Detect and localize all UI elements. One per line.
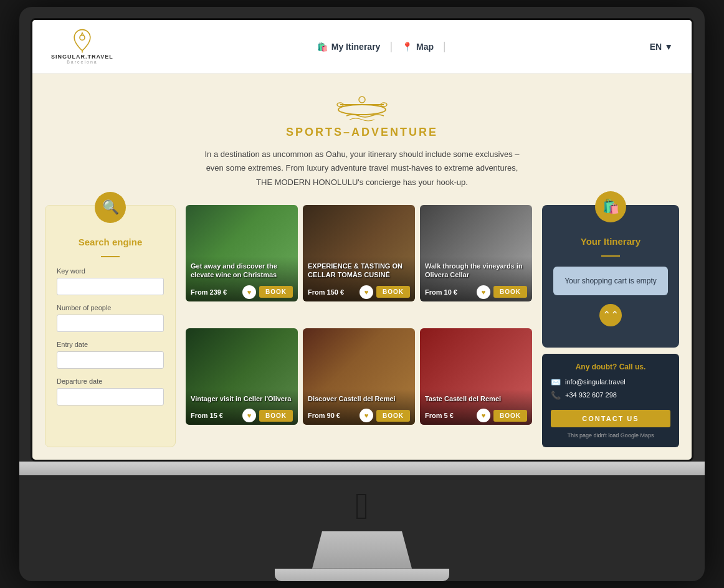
- activity-card-3: Walk through the vineyards in Olivera Ce…: [420, 205, 532, 301]
- cart-empty-text: Your shopping cart is empty: [564, 277, 657, 285]
- monitor-stand-base: [275, 569, 449, 581]
- shopping-bag-icon: 🛍️: [603, 199, 619, 215]
- itinerary-nav-item[interactable]: 🛍️ My Itinerary: [317, 42, 381, 52]
- svg-point-0: [80, 36, 85, 40]
- nav-divider-2: |: [443, 40, 446, 53]
- map-label: Map: [416, 42, 434, 52]
- card-1-footer: From 239 € ♥ BOOK: [191, 283, 293, 301]
- card-2-book-button[interactable]: BOOK: [376, 286, 410, 298]
- card-3-footer: From 10 € ♥ BOOK: [425, 283, 527, 301]
- card-3-overlay: Walk through the vineyards in Olivera Ce…: [420, 257, 532, 301]
- card-5-footer: From 90 € ♥ BOOK: [308, 406, 410, 425]
- hero-section: SPORTS–ADVENTURE In a destination as unc…: [32, 74, 692, 204]
- main-nav: 🛍️ My Itinerary | 📍 Map |: [317, 40, 446, 53]
- card-3-actions: ♥ BOOK: [477, 285, 527, 299]
- cart-icon: 🛍️: [317, 42, 328, 52]
- card-6-footer: From 5 € ♥ BOOK: [425, 406, 527, 425]
- scroll-up-button[interactable]: ⌃⌃: [599, 304, 622, 326]
- card-4-title: Vintager visit in Celler l'Olivera: [191, 394, 293, 403]
- keyword-input[interactable]: [57, 278, 164, 295]
- apple-logo: : [31, 475, 693, 531]
- card-3-title: Walk through the vineyards in Olivera Ce…: [425, 262, 527, 280]
- logo-icon: [70, 29, 95, 54]
- itinerary-box: 🛍️ Your Itinerary Your shopping cart is …: [542, 205, 679, 348]
- card-6-overlay: Taste Castell del Remei From 5 € ♥ BOOK: [420, 389, 532, 425]
- magnifier-icon: 🔍: [102, 199, 119, 216]
- logo-text: SINGULAR.TRAVEL: [51, 54, 113, 60]
- monitor-stand: [312, 531, 412, 569]
- card-6-title: Taste Castell del Remei: [425, 394, 527, 403]
- itinerary-panel: 🛍️ Your Itinerary Your shopping cart is …: [542, 205, 679, 447]
- card-2-title: EXPERIENCE & TASTING ON CELLAR TOMÀS CUS…: [308, 262, 410, 280]
- card-4-wishlist-button[interactable]: ♥: [242, 409, 256, 422]
- nav-divider-1: |: [389, 40, 393, 53]
- departure-date-field: Departure date: [57, 377, 164, 405]
- phone-icon: 📞: [551, 391, 561, 400]
- card-4-overlay: Vintager visit in Celler l'Olivera From …: [186, 389, 298, 425]
- people-input[interactable]: [57, 315, 164, 332]
- card-2-wishlist-button[interactable]: ♥: [360, 285, 373, 299]
- search-icon-circle: 🔍: [95, 192, 126, 223]
- email-icon: ✉️: [551, 377, 561, 387]
- card-2-price: From 150 €: [308, 288, 344, 296]
- chevron-down-icon: ▼: [664, 42, 673, 52]
- keyword-field: Key word: [57, 267, 164, 295]
- svg-point-2: [338, 105, 386, 115]
- cart-empty-message: Your shopping cart is empty: [553, 267, 668, 295]
- card-4-book-button[interactable]: BOOK: [259, 410, 293, 422]
- search-title: Search engine: [57, 237, 164, 247]
- map-nav-item[interactable]: 📍 Map: [402, 42, 434, 52]
- card-4-price: From 15 €: [191, 412, 223, 419]
- search-panel: 🔍 Search engine Key word Number of peopl…: [45, 205, 176, 447]
- logo: SINGULAR.TRAVEL Barcelona: [51, 29, 113, 64]
- card-1-overlay: Get away and discover the elevate wine o…: [186, 257, 298, 301]
- itinerary-cart-icon-circle: 🛍️: [595, 191, 626, 222]
- entry-date-input[interactable]: [57, 351, 164, 369]
- card-5-wishlist-button[interactable]: ♥: [360, 409, 373, 422]
- email-info: ✉️ info@singular.travel: [551, 377, 670, 387]
- itinerary-label: My Itinerary: [331, 42, 381, 52]
- card-3-wishlist-button[interactable]: ♥: [477, 285, 490, 299]
- card-3-book-button[interactable]: BOOK: [493, 286, 527, 298]
- maps-notice: This page didn't load Google Maps: [551, 432, 670, 439]
- card-1-book-button[interactable]: BOOK: [259, 286, 293, 298]
- activity-card-5: Discover Castell del Remei From 90 € ♥ B…: [303, 328, 415, 425]
- departure-date-label: Departure date: [57, 377, 164, 385]
- contact-us-button[interactable]: CONTACT US: [551, 410, 670, 427]
- people-field: Number of people: [57, 304, 164, 332]
- contact-box: Any doubt? Call us. ✉️ info@singular.tra…: [542, 354, 679, 447]
- language-selector[interactable]: EN ▼: [650, 42, 673, 52]
- header: SINGULAR.TRAVEL Barcelona 🛍️ My Itinerar…: [32, 20, 692, 74]
- card-4-actions: ♥ BOOK: [242, 409, 293, 422]
- card-2-overlay: EXPERIENCE & TASTING ON CELLAR TOMÀS CUS…: [303, 257, 415, 301]
- itinerary-title: Your Itinerary: [553, 236, 668, 247]
- card-5-actions: ♥ BOOK: [360, 409, 410, 422]
- card-6-price: From 5 €: [425, 412, 454, 419]
- itinerary-divider: [601, 255, 620, 257]
- card-6-wishlist-button[interactable]: ♥: [477, 409, 490, 422]
- people-label: Number of people: [57, 304, 164, 311]
- any-doubt-label: Any doubt? Call us.: [551, 363, 670, 371]
- card-1-wishlist-button[interactable]: ♥: [242, 285, 256, 299]
- entry-date-label: Entry date: [57, 341, 164, 348]
- card-2-footer: From 150 € ♥ BOOK: [308, 283, 410, 301]
- email-address: info@singular.travel: [565, 378, 626, 386]
- monitor-chin: [19, 462, 705, 475]
- card-5-price: From 90 €: [308, 412, 340, 419]
- card-1-actions: ♥ BOOK: [242, 285, 293, 299]
- card-1-title: Get away and discover the elevate wine o…: [191, 262, 293, 280]
- svg-point-3: [359, 97, 365, 103]
- phone-info: 📞 +34 932 607 298: [551, 391, 670, 400]
- hero-description: In a destination as uncommon as Oahu, yo…: [200, 148, 524, 189]
- activity-cards-grid: Get away and discover the elevate wine o…: [186, 205, 532, 447]
- card-4-footer: From 15 € ♥ BOOK: [191, 406, 293, 425]
- keyword-label: Key word: [57, 267, 164, 275]
- entry-date-field: Entry date: [57, 341, 164, 369]
- departure-date-input[interactable]: [57, 388, 164, 405]
- activity-card-6: Taste Castell del Remei From 5 € ♥ BOOK: [420, 328, 532, 425]
- hero-subtitle: SPORTS–ADVENTURE: [57, 126, 667, 139]
- logo-sub: Barcelona: [67, 60, 98, 64]
- card-6-book-button[interactable]: BOOK: [493, 410, 527, 422]
- card-5-book-button[interactable]: BOOK: [376, 410, 410, 422]
- card-3-price: From 10 €: [425, 288, 457, 296]
